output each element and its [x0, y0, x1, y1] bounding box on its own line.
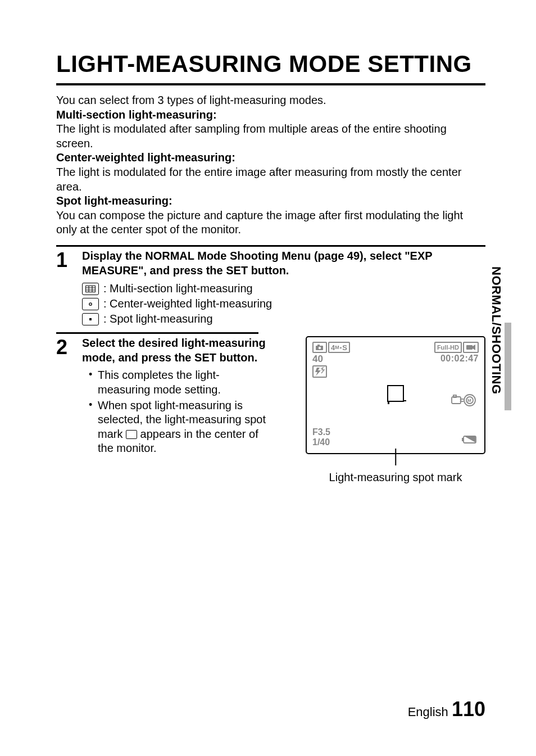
page-footer: English 110 [408, 698, 485, 721]
photo-size-badge: 4M▪S [328, 342, 350, 353]
monitor-diagram: 4M▪S 40 Full-HD [306, 336, 485, 454]
mode-name-2: Center-weighted light-measuring: [56, 151, 485, 165]
svg-rect-8 [317, 345, 320, 346]
option-spot-label: : Spot light-measuring [103, 313, 213, 325]
video-icon [463, 342, 479, 353]
step-2-instruction: Select the desired light-measuring mode,… [82, 336, 267, 365]
option-center-label: : Center-weighted light-measuring [103, 297, 272, 310]
auto-flash-icon [312, 365, 327, 378]
spot-mark-indicator [387, 385, 404, 402]
footer-language: English [408, 705, 448, 719]
intro-lead: You can select from 3 types of light-mea… [56, 93, 485, 108]
side-tab-bar [505, 323, 511, 410]
mode-desc-3: You can compose the picture and capture … [56, 209, 485, 237]
video-mode-badge: Full-HD [434, 342, 462, 353]
svg-marker-22 [465, 437, 475, 442]
step-1-number: 1 [56, 249, 72, 325]
step-2-bullet-1: This completes the light-measuring mode … [82, 368, 267, 397]
step-1: 1 Display the NORMAL Mode Shooting Menu … [56, 249, 485, 325]
svg-rect-14 [453, 395, 456, 397]
section-side-tab: NORMAL/SHOOTING [488, 252, 505, 409]
spot-icon [82, 313, 99, 325]
step-1-instruction: Display the NORMAL Mode Shooting Menu (p… [82, 249, 485, 278]
aperture-value: F3.5 [312, 427, 330, 437]
step-separator-short [56, 332, 258, 334]
page-title: LIGHT-MEASURING MODE SETTING [56, 51, 485, 85]
multi-section-icon [82, 283, 99, 295]
svg-point-5 [89, 302, 92, 305]
mode-name-3: Spot light-measuring: [56, 194, 485, 209]
svg-rect-0 [86, 286, 96, 292]
step-separator [56, 245, 485, 247]
option-center-weighted: : Center-weighted light-measuring [82, 297, 485, 310]
svg-marker-10 [315, 368, 321, 376]
option-spot: : Spot light-measuring [82, 313, 485, 325]
shutter-value: 1/40 [312, 437, 330, 447]
battery-icon [462, 434, 479, 447]
step-2-number: 2 [56, 336, 72, 484]
monitor-caption: Light-measuring spot mark [306, 471, 485, 484]
mode-name-1: Multi-section light-measuring: [56, 108, 485, 123]
svg-rect-21 [462, 438, 464, 441]
mode-desc-2: The light is modulated for the entire im… [56, 165, 485, 194]
mode-desc-1: The light is modulated after sampling fr… [56, 122, 485, 151]
center-weighted-icon [82, 298, 99, 310]
footer-page-number: 110 [452, 698, 485, 721]
intro-block: You can select from 3 types of light-mea… [56, 93, 485, 237]
option-multi-section: : Multi-section light-measuring [82, 282, 485, 295]
svg-point-9 [319, 347, 321, 349]
step-2: 2 Select the desired light-measuring mod… [56, 336, 485, 484]
timecode: 00:02:47 [434, 354, 479, 364]
svg-rect-6 [89, 318, 92, 320]
step-2-bullet-2: When spot light-measuring is selected, t… [82, 399, 267, 456]
stabilizer-icon: M [451, 393, 479, 407]
callout-line [395, 449, 396, 465]
svg-text:M: M [467, 398, 471, 403]
camera-mode-icon [312, 342, 327, 353]
remaining-shots: 40 [312, 354, 350, 364]
inline-spot-mark-icon [126, 430, 137, 439]
side-tab-label: NORMAL/SHOOTING [489, 266, 503, 395]
svg-marker-12 [473, 345, 475, 350]
option-multi-label: : Multi-section light-measuring [103, 282, 253, 295]
svg-rect-11 [466, 345, 473, 350]
